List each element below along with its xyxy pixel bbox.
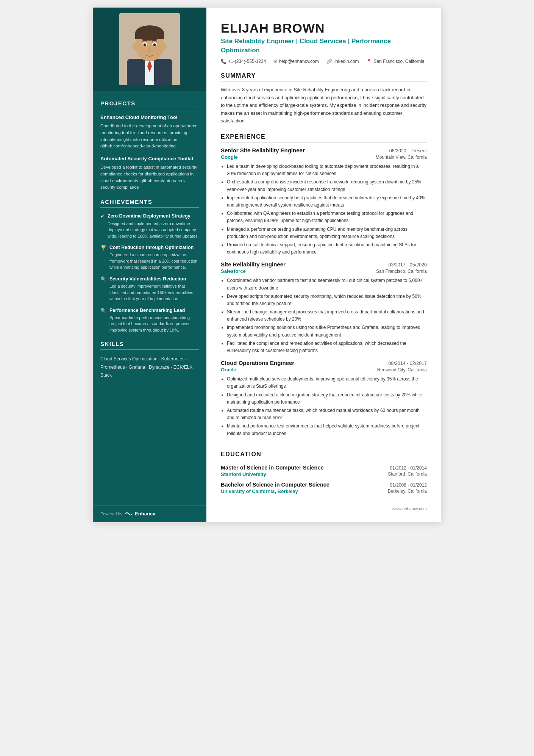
- edu-2-location: Berkeley, California: [388, 488, 427, 494]
- edu-2-degree: Bachelor of Science in Computer Science: [221, 482, 329, 488]
- edu-1: Master of Science in Computer Science 01…: [221, 465, 427, 482]
- job-2-subrow: Salesforce San Francisco, California: [221, 268, 427, 274]
- bullet: Provided on-call technical support, ensu…: [227, 241, 427, 256]
- phone-text: +1-(234)-555-1234: [228, 59, 266, 64]
- edu-1-dates: 01/2012 - 01/2014: [390, 465, 427, 471]
- svg-point-13: [153, 44, 156, 46]
- edu-1-degree: Master of Science in Computer Science: [221, 465, 324, 471]
- bullet: Implemented monitoring solutions using t…: [227, 324, 427, 338]
- edu-2-dates: 01/2008 - 01/2012: [390, 482, 427, 488]
- job-1-company: Google: [221, 154, 238, 160]
- photo-area: [93, 8, 206, 91]
- location-item: 📍 San Francisco, California: [366, 59, 424, 64]
- job-1-title: Senior Site Reliability Engineer: [221, 147, 305, 153]
- job-3-header: Cloud Operations Engineer 08/2014 - 02/2…: [221, 360, 427, 366]
- edu-2-row: Bachelor of Science in Computer Science …: [221, 482, 427, 488]
- main-footer: www.enhancv.com: [221, 499, 427, 511]
- job-1-dates: 06/2020 - Present: [389, 148, 427, 153]
- skills-text: Cloud Services Optimization · Kubernetes…: [100, 355, 199, 380]
- job-2-title: Site Reliability Engineer: [221, 261, 286, 268]
- edu-2: Bachelor of Science in Computer Science …: [221, 482, 427, 499]
- resume-header: ELIJAH BROWN Site Reliability Engineer |…: [221, 21, 427, 64]
- job-2-company: Salesforce: [221, 268, 246, 274]
- job-3-subrow: Oracle Redwood City, California: [221, 367, 427, 373]
- project-2: Automated Security Compliance Toolkit De…: [100, 156, 199, 191]
- achievement-1: ✔ Zero Downtime Deployment Strategy Desi…: [100, 213, 199, 239]
- edu-2-school: University of California, Berkeley: [221, 488, 298, 494]
- skills-section-title: SKILLS: [100, 341, 199, 347]
- main-content: ELIJAH BROWN Site Reliability Engineer |…: [206, 8, 441, 522]
- email-text: help@enhancv.com: [279, 59, 319, 64]
- footer-website: www.enhancv.com: [392, 506, 427, 511]
- bullet: Maintained performance test environments…: [227, 423, 427, 437]
- resume-container: PROJECTS Enhanced Cloud Monitoring Tool …: [93, 8, 441, 522]
- job-1: Senior Site Reliability Engineer 06/2020…: [221, 147, 427, 261]
- avatar: [119, 13, 180, 85]
- bullet: Developed scripts for automated security…: [227, 293, 427, 307]
- sidebar: PROJECTS Enhanced Cloud Monitoring Tool …: [93, 8, 206, 522]
- bullet: Implemented application security best pr…: [227, 194, 427, 209]
- checkmark-icon: ✔: [100, 213, 105, 219]
- bullet: Orchestrated a comprehensive incident re…: [227, 178, 427, 193]
- education-section-title: EDUCATION: [221, 451, 427, 458]
- candidate-name: ELIJAH BROWN: [221, 21, 427, 35]
- experience-section-title: EXPERIENCE: [221, 133, 427, 140]
- job-3-location: Redwood City, California: [377, 367, 427, 373]
- job-3-title: Cloud Operations Engineer: [221, 360, 294, 366]
- bullet: Optimized multi-cloud service deployment…: [227, 376, 427, 390]
- candidate-title: Site Reliability Engineer | Cloud Servic…: [221, 37, 427, 55]
- linkedin-text: linkedin.com: [334, 59, 359, 64]
- bullet: Streamlined change management processes …: [227, 308, 427, 323]
- experience-divider: [221, 142, 427, 142]
- phone-item: 📞 +1-(234)-555-1234: [221, 59, 266, 64]
- sidebar-footer: Powered by Enhancv: [93, 505, 206, 522]
- bullet: Led a team in developing cloud-based too…: [227, 163, 427, 177]
- skills-divider: [100, 349, 199, 350]
- edu-1-location: Stanford, California: [388, 471, 427, 477]
- achievements-divider: [100, 207, 199, 208]
- contact-info: 📞 +1-(234)-555-1234 ✉ help@enhancv.com 🔗…: [221, 59, 427, 64]
- project-1: Enhanced Cloud Monitoring Tool Contribut…: [100, 114, 199, 150]
- job-1-subrow: Google Mountain View, California: [221, 154, 427, 160]
- job-3-company: Oracle: [221, 367, 236, 373]
- bullet: Designed and executed a cloud migration …: [227, 391, 427, 406]
- phone-icon: 📞: [221, 59, 226, 64]
- search-icon-2: 🔍: [100, 308, 106, 313]
- search-icon-1: 🔍: [100, 276, 106, 282]
- job-2: Site Reliability Engineer 03/2017 - 05/2…: [221, 261, 427, 360]
- edu-2-subrow: University of California, Berkeley Berke…: [221, 488, 427, 494]
- powered-by-label: Powered by: [100, 512, 122, 516]
- projects-section-title: PROJECTS: [100, 100, 199, 106]
- trophy-icon: 🏆: [100, 245, 106, 250]
- achievement-2: 🏆 Cost Reduction through Optimization En…: [100, 244, 199, 271]
- linkedin-icon: 🔗: [326, 59, 332, 64]
- bullet: Collaborated with QA engineers to establ…: [227, 210, 427, 224]
- bullet: Facilitated the compliance and remediati…: [227, 340, 427, 354]
- edu-1-subrow: Stanford University Stanford, California: [221, 471, 427, 477]
- location-icon: 📍: [366, 59, 372, 64]
- svg-point-8: [133, 43, 138, 50]
- job-1-header: Senior Site Reliability Engineer 06/2020…: [221, 147, 427, 153]
- edu-1-row: Master of Science in Computer Science 01…: [221, 465, 427, 471]
- job-1-bullets: Led a team in developing cloud-based too…: [221, 163, 427, 256]
- svg-point-12: [144, 44, 146, 46]
- job-3-dates: 08/2014 - 02/2017: [389, 361, 427, 366]
- bullet: Managed a performance testing suite auto…: [227, 226, 427, 240]
- summary-divider: [221, 81, 427, 81]
- bullet: Automated routine maintenance tasks, whi…: [227, 407, 427, 421]
- svg-point-9: [161, 43, 167, 50]
- job-3-bullets: Optimized multi-cloud service deployment…: [221, 376, 427, 437]
- job-2-dates: 03/2017 - 05/2020: [389, 262, 427, 268]
- achievement-3: 🔍 Security Vulnerabilities Reduction Led…: [100, 276, 199, 302]
- edu-1-school: Stanford University: [221, 471, 266, 477]
- education-divider: [221, 460, 427, 460]
- achievement-4: 🔍 Performance Benchmarking Lead Spearhea…: [100, 307, 199, 333]
- job-2-header: Site Reliability Engineer 03/2017 - 05/2…: [221, 261, 427, 268]
- summary-text: With over 8 years of experience in Site …: [221, 86, 427, 125]
- achievements-section-title: ACHIEVEMENTS: [100, 199, 199, 205]
- enhancv-logo: Enhancv: [125, 511, 155, 517]
- job-1-location: Mountain View, California: [376, 155, 427, 160]
- bullet: Coordinated with vendor partners to test…: [227, 277, 427, 291]
- location-text: San Francisco, California: [373, 59, 424, 64]
- svg-rect-7: [135, 33, 164, 39]
